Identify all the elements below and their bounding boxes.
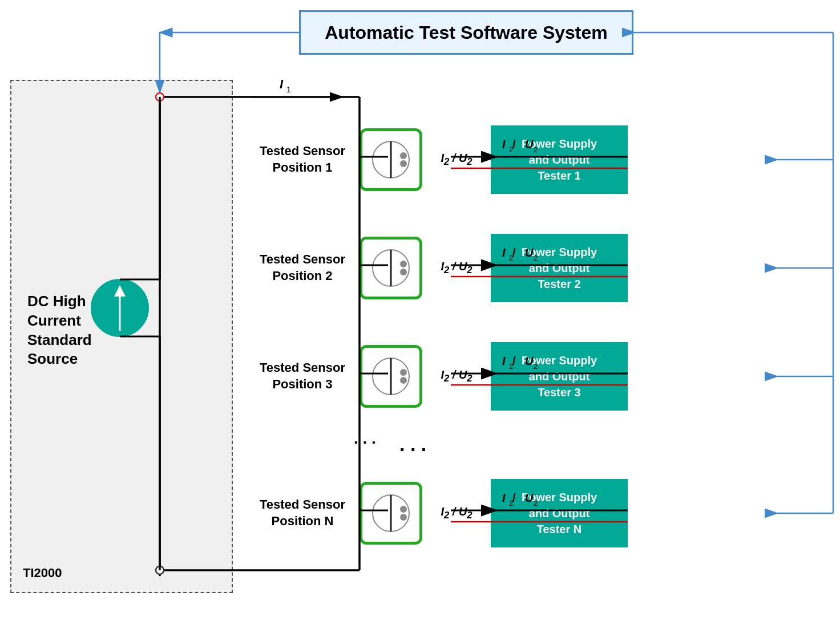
ti2000-label: TI2000 <box>23 566 62 581</box>
tester-label-2: Power Supplyand OutputTester 2 <box>522 244 597 292</box>
svg-point-6 <box>400 261 407 267</box>
svg-text:I: I <box>280 77 284 91</box>
dc-source-label: DC HighCurrentStandardSource <box>27 292 92 369</box>
svg-point-15 <box>400 514 407 521</box>
svg-text:1: 1 <box>286 85 291 94</box>
dots-separator: · · · <box>354 433 376 452</box>
svg-point-7 <box>400 269 407 275</box>
sensor-row-n: Tested SensorPosition N I2 / U2 Power Su… <box>245 479 628 547</box>
tester-box-n: Power Supplyand OutputTester N <box>491 479 628 547</box>
sensor-label-n: Tested SensorPosition N <box>245 497 360 529</box>
sensor-box-2 <box>360 237 422 299</box>
iu-label-n: I2 / U2 <box>422 505 491 521</box>
sensor-box-1 <box>360 128 422 191</box>
atss-box: Automatic Test Software System <box>299 10 633 55</box>
diagram-container: Automatic Test Software System DC HighCu… <box>0 0 840 621</box>
svg-point-2 <box>400 152 407 159</box>
tester-box-2: Power Supplyand OutputTester 2 <box>491 234 628 302</box>
tester-label-1: Power Supplyand OutputTester 1 <box>522 136 597 184</box>
sensor-label-3: Tested SensorPosition 3 <box>245 360 360 392</box>
svg-point-14 <box>400 506 407 513</box>
sensor-row-3: Tested SensorPosition 3 I2 / U2 Power Su… <box>245 342 628 411</box>
tester-label-3: Power Supplyand OutputTester 3 <box>522 352 597 400</box>
sensor-label-1: Tested SensorPosition 1 <box>245 143 360 176</box>
iu-label-3: I2 / U2 <box>422 368 491 384</box>
svg-point-10 <box>400 369 407 376</box>
sensor-label-2: Tested SensorPosition 2 <box>245 251 360 284</box>
dc-source-box: DC HighCurrentStandardSource TI2000 <box>10 80 233 593</box>
tester-box-1: Power Supplyand OutputTester 1 <box>491 125 628 194</box>
sensor-row-1: Tested SensorPosition 1 I2 / U2 Power Su… <box>245 125 628 194</box>
sensor-row-2: Tested SensorPosition 2 I2 / U2 Power Su… <box>245 234 628 302</box>
tester-label-n: Power Supplyand OutputTester N <box>522 489 597 537</box>
atss-label: Automatic Test Software System <box>325 22 608 43</box>
svg-point-11 <box>400 377 407 384</box>
svg-text:· · ·: · · · <box>399 439 426 460</box>
sensor-box-3 <box>360 345 422 408</box>
tester-box-3: Power Supplyand OutputTester 3 <box>491 342 628 411</box>
iu-label-1: I2 / U2 <box>422 152 491 168</box>
sensor-box-n <box>360 482 422 545</box>
iu-label-2: I2 / U2 <box>422 260 491 276</box>
svg-point-3 <box>400 160 407 167</box>
